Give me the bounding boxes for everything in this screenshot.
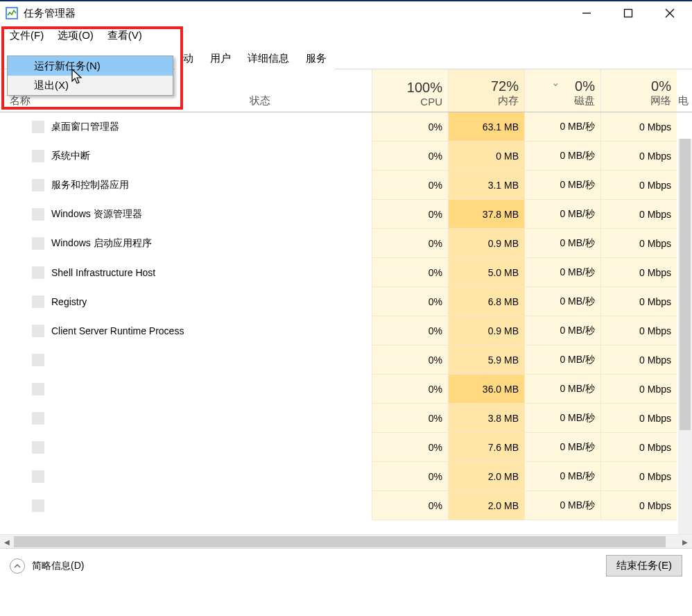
table-row[interactable]: Registry 0% 6.8 MB 0 MB/秒 0 Mbps bbox=[0, 287, 692, 316]
process-cpu-cell: 0% bbox=[372, 287, 448, 316]
process-name: Client Server Runtime Process bbox=[32, 325, 184, 336]
hscroll-right-icon[interactable]: ▶ bbox=[678, 535, 692, 549]
process-name: 服务和控制器应用 bbox=[32, 179, 129, 191]
svg-rect-2 bbox=[625, 10, 632, 17]
col-memory-header[interactable]: 72% 内存 bbox=[448, 69, 524, 112]
disk-usage-pct: 0% bbox=[575, 78, 595, 94]
process-memory-cell: 37.8 MB bbox=[448, 200, 524, 229]
table-row[interactable]: Windows 启动应用程序 0% 0.9 MB 0 MB/秒 0 Mbps bbox=[0, 229, 692, 258]
process-icon bbox=[32, 237, 44, 250]
process-cpu-cell: 0% bbox=[372, 462, 448, 491]
horizontal-scrollbar[interactable]: ◀ ▶ bbox=[0, 534, 692, 548]
menu-view[interactable]: 查看(V) bbox=[101, 26, 149, 45]
process-cpu-cell: 0% bbox=[372, 404, 448, 433]
process-icon bbox=[32, 383, 44, 395]
process-memory-cell: 0.9 MB bbox=[448, 316, 524, 345]
collapse-icon[interactable] bbox=[10, 558, 25, 574]
process-network-cell: 0 Mbps bbox=[600, 375, 677, 404]
process-network-cell: 0 Mbps bbox=[600, 491, 677, 520]
process-grid: 名称 状态 100% CPU 72% 内存 ⌄ 0% 磁盘 0% 网络 电 桌面… bbox=[0, 69, 692, 534]
toggle-detail-label[interactable]: 简略信息(D) bbox=[32, 560, 84, 572]
process-cpu-cell: 0% bbox=[372, 375, 448, 404]
vscroll-thumb[interactable] bbox=[680, 139, 691, 430]
menu-exit[interactable]: 退出(X) bbox=[8, 76, 173, 95]
process-disk-cell: 0 MB/秒 bbox=[524, 171, 600, 200]
tab-partial[interactable]: 动 bbox=[175, 48, 202, 69]
process-memory-cell: 2.0 MB bbox=[448, 491, 524, 520]
footer: 简略信息(D) 结束任务(E) bbox=[0, 548, 692, 583]
maximize-button[interactable] bbox=[607, 1, 649, 25]
process-icon bbox=[32, 208, 44, 221]
end-task-button[interactable]: 结束任务(E) bbox=[606, 555, 682, 576]
process-disk-cell: 0 MB/秒 bbox=[524, 345, 600, 375]
process-cpu-cell: 0% bbox=[372, 229, 448, 258]
table-row[interactable]: 0% 36.0 MB 0 MB/秒 0 Mbps bbox=[0, 375, 692, 404]
close-button[interactable] bbox=[649, 1, 691, 25]
process-name-cell: Registry bbox=[0, 296, 248, 307]
process-name: Windows 资源管理器 bbox=[32, 208, 142, 221]
tab-details[interactable]: 详细信息 bbox=[239, 48, 297, 69]
process-name: 桌面窗口管理器 bbox=[32, 121, 119, 133]
col-network-header[interactable]: 0% 网络 bbox=[600, 69, 677, 112]
table-row[interactable]: 系统中断 0% 0 MB 0 MB/秒 0 Mbps bbox=[0, 142, 692, 171]
table-row[interactable]: 0% 7.6 MB 0 MB/秒 0 Mbps bbox=[0, 433, 692, 462]
process-memory-cell: 63.1 MB bbox=[448, 112, 524, 142]
memory-usage-pct: 72% bbox=[491, 78, 519, 94]
process-network-cell: 0 Mbps bbox=[600, 404, 677, 433]
vertical-scrollbar[interactable] bbox=[678, 139, 692, 542]
process-network-cell: 0 Mbps bbox=[600, 200, 677, 229]
table-row[interactable]: Shell Infrastructure Host 0% 5.0 MB 0 MB… bbox=[0, 258, 692, 287]
col-truncated-header[interactable]: 电 bbox=[677, 69, 688, 112]
process-cpu-cell: 0% bbox=[372, 142, 448, 171]
table-row[interactable]: 0% 2.0 MB 0 MB/秒 0 Mbps bbox=[0, 491, 692, 520]
process-memory-cell: 0 MB bbox=[448, 142, 524, 171]
process-memory-cell: 5.9 MB bbox=[448, 345, 524, 375]
process-cpu-cell: 0% bbox=[372, 171, 448, 200]
process-network-cell: 0 Mbps bbox=[600, 229, 677, 258]
table-row[interactable]: 0% 5.9 MB 0 MB/秒 0 Mbps bbox=[0, 345, 692, 375]
table-row[interactable]: 0% 2.0 MB 0 MB/秒 0 Mbps bbox=[0, 462, 692, 491]
process-disk-cell: 0 MB/秒 bbox=[524, 200, 600, 229]
table-row[interactable]: 0% 3.8 MB 0 MB/秒 0 Mbps bbox=[0, 404, 692, 433]
process-network-cell: 0 Mbps bbox=[600, 112, 677, 142]
menu-file[interactable]: 文件(F) bbox=[3, 26, 51, 45]
process-cpu-cell: 0% bbox=[372, 112, 448, 142]
table-row[interactable]: Client Server Runtime Process 0% 0.9 MB … bbox=[0, 316, 692, 345]
minimize-button[interactable] bbox=[566, 1, 607, 25]
process-disk-cell: 0 MB/秒 bbox=[524, 258, 600, 287]
process-network-cell: 0 Mbps bbox=[600, 171, 677, 200]
task-manager-icon bbox=[6, 7, 18, 19]
process-memory-cell: 36.0 MB bbox=[448, 375, 524, 404]
process-memory-cell: 2.0 MB bbox=[448, 462, 524, 491]
process-name-cell: 系统中断 bbox=[0, 150, 248, 162]
process-cpu-cell: 0% bbox=[372, 200, 448, 229]
menu-options[interactable]: 选项(O) bbox=[51, 26, 101, 45]
hscroll-left-icon[interactable]: ◀ bbox=[0, 535, 14, 549]
process-icon bbox=[32, 296, 44, 308]
process-network-cell: 0 Mbps bbox=[600, 316, 677, 345]
col-status-header[interactable]: 状态 bbox=[248, 69, 372, 112]
table-row[interactable]: 桌面窗口管理器 0% 63.1 MB 0 MB/秒 0 Mbps bbox=[0, 112, 692, 142]
process-network-cell: 0 Mbps bbox=[600, 287, 677, 316]
process-name-cell: Shell Infrastructure Host bbox=[0, 267, 248, 278]
process-cpu-cell: 0% bbox=[372, 258, 448, 287]
col-disk-header[interactable]: ⌄ 0% 磁盘 bbox=[524, 69, 600, 112]
process-disk-cell: 0 MB/秒 bbox=[524, 491, 600, 520]
process-icon bbox=[32, 412, 44, 425]
process-icon bbox=[32, 354, 44, 366]
process-icon bbox=[32, 470, 44, 483]
process-disk-cell: 0 MB/秒 bbox=[524, 229, 600, 258]
process-name-cell: 服务和控制器应用 bbox=[0, 179, 248, 191]
process-disk-cell: 0 MB/秒 bbox=[524, 112, 600, 142]
tab-services[interactable]: 服务 bbox=[297, 48, 335, 69]
table-row[interactable]: Windows 资源管理器 0% 37.8 MB 0 MB/秒 0 Mbps bbox=[0, 200, 692, 229]
col-cpu-header[interactable]: 100% CPU bbox=[372, 69, 448, 112]
process-network-cell: 0 Mbps bbox=[600, 462, 677, 491]
process-cpu-cell: 0% bbox=[372, 433, 448, 462]
hscroll-thumb[interactable] bbox=[14, 536, 666, 547]
tab-users[interactable]: 用户 bbox=[202, 48, 239, 69]
process-icon bbox=[32, 325, 44, 337]
menu-run-new-task[interactable]: 运行新任务(N) bbox=[8, 56, 173, 76]
process-network-cell: 0 Mbps bbox=[600, 142, 677, 171]
table-row[interactable]: 服务和控制器应用 0% 3.1 MB 0 MB/秒 0 Mbps bbox=[0, 171, 692, 200]
